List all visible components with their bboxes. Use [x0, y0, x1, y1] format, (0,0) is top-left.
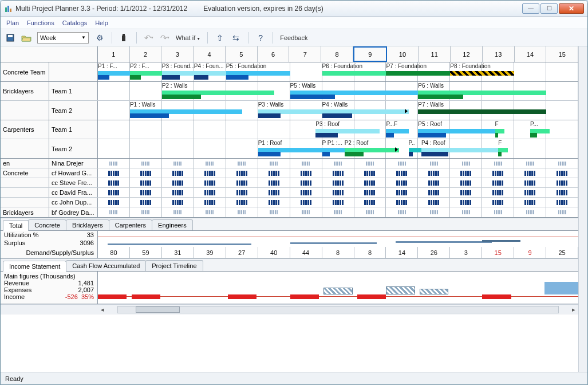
utilization-tabs: TotalConcreteBricklayersCarpentersEngine… — [1, 218, 578, 230]
resource-group — [1, 198, 49, 207]
dss-value: 80 — [98, 247, 130, 258]
tab-project-timeline[interactable]: Project Timeline — [145, 260, 203, 271]
bottle-icon[interactable] — [119, 33, 129, 43]
timeline-col-13[interactable]: 13 — [483, 46, 515, 62]
timeline-col-7[interactable]: 7 — [289, 46, 321, 62]
tab-engineers[interactable]: Engineers — [152, 219, 193, 230]
dss-value: 14 — [386, 247, 418, 258]
vertical-scrollbar[interactable] — [578, 46, 587, 372]
save-icon[interactable] — [5, 33, 15, 43]
open-icon[interactable] — [21, 33, 31, 43]
maximize-button[interactable]: ☐ — [540, 3, 558, 14]
resource-grid: enNina DrejerConcretecf Howard G...cc St… — [1, 159, 578, 218]
resource-name: cc Steve Fre... — [49, 178, 97, 187]
feedback-link[interactable]: Feedback — [280, 34, 307, 41]
team-label: Team 1 — [49, 82, 97, 100]
resource-group: Bricklayers — [1, 207, 49, 217]
dss-value: 8 — [354, 247, 386, 258]
gantt-row: Concrete TeamP1 : F...P2 : F...P3 : Foun… — [1, 62, 578, 81]
timeline-col-8[interactable]: 8 — [321, 46, 353, 62]
help-icon[interactable]: ? — [255, 33, 266, 43]
tab-total[interactable]: Total — [3, 220, 29, 231]
dss-value: 9 — [514, 247, 546, 258]
minimize-button[interactable]: — — [522, 3, 539, 14]
menu-plan[interactable]: Plan — [6, 19, 19, 26]
income-label: Income — [4, 293, 25, 300]
task-bar-progress — [421, 152, 448, 156]
task-bar-progress — [226, 75, 248, 80]
scroll-left-icon[interactable]: ◂ — [98, 305, 107, 315]
timeline-col-9[interactable]: 9 — [353, 46, 387, 62]
timeline-col-4[interactable]: 4 — [194, 46, 226, 62]
resource-name: cc John Dup... — [49, 198, 97, 207]
timeline-col-14[interactable]: 14 — [515, 46, 547, 62]
revenue-label: Revenue — [4, 280, 29, 286]
period-select[interactable]: Week ▼ — [37, 32, 89, 44]
timeline-col-6[interactable]: 6 — [258, 46, 290, 62]
resource-group — [1, 188, 49, 197]
menu-functions[interactable]: Functions — [27, 19, 54, 26]
task-bar-progress — [409, 152, 413, 156]
task-bar-progress — [258, 113, 281, 118]
team-label — [49, 62, 97, 81]
task-bar-progress — [162, 75, 180, 80]
task-label: P7 : Walls — [418, 101, 546, 108]
timeline-col-5[interactable]: 5 — [226, 46, 258, 62]
dss-value: 40 — [258, 247, 290, 258]
task-bar[interactable] — [322, 71, 386, 76]
task-bar[interactable] — [450, 71, 514, 76]
timeline-col-10[interactable]: 10 — [387, 46, 419, 62]
resource-row: cc John Dup... — [1, 198, 578, 207]
resource-name: cc David Fra... — [49, 188, 97, 197]
task-label: P5 : Foundation — [226, 63, 290, 70]
timeline-col-11[interactable]: 11 — [419, 46, 451, 62]
gear-icon[interactable]: ⚙ — [94, 33, 105, 43]
task-label: P7 : Foundation — [386, 63, 450, 70]
tab-bricklayers[interactable]: Bricklayers — [66, 219, 109, 230]
task-bar-progress — [345, 152, 364, 156]
gantt-row: CarpentersTeam 1P3 : RoofP...FP5 : RoofF… — [1, 120, 578, 139]
task-label: F — [495, 121, 505, 128]
gantt-row: Team 2P1 : RoofP P1 :...P2 : RoofP..P4 :… — [1, 139, 578, 158]
scroll-right-icon[interactable]: ▸ — [569, 305, 578, 315]
menu-help[interactable]: Help — [95, 19, 108, 26]
task-bar-progress — [194, 75, 208, 80]
svg-rect-5 — [123, 34, 125, 36]
upload-icon[interactable]: ⇧ — [215, 33, 225, 43]
task-label: P4 : Walls — [322, 101, 409, 108]
dss-value: 39 — [194, 247, 226, 258]
svg-rect-6 — [122, 36, 125, 41]
utilization-label: Utilization % — [4, 231, 39, 238]
dss-value: 15 — [482, 247, 514, 258]
redo-icon[interactable]: ↷▾ — [160, 33, 170, 43]
tab-carpenters[interactable]: Carpenters — [109, 219, 152, 230]
timeline-col-2[interactable]: 2 — [130, 46, 162, 62]
menu-catalogs[interactable]: Catalogs — [62, 19, 87, 26]
task-label: P P1 :... — [322, 140, 345, 147]
timeline-col-12[interactable]: 12 — [451, 46, 483, 62]
tab-concrete[interactable]: Concrete — [28, 219, 66, 230]
timeline-col-15[interactable]: 15 — [546, 46, 578, 62]
horizontal-scrollbar[interactable]: ◂ ▸ — [1, 304, 578, 315]
timeline-col-3[interactable]: 3 — [161, 46, 194, 62]
close-button[interactable]: ✕ — [559, 3, 584, 14]
income-value: -526 — [65, 293, 78, 300]
task-label: P3 : Roof — [315, 121, 380, 128]
task-bar[interactable] — [418, 109, 546, 114]
app-icon — [4, 4, 13, 13]
timeline-col-1[interactable]: 1 — [98, 46, 130, 62]
whatif-menu[interactable]: What if▼ — [176, 34, 200, 41]
group-label: Concrete Team — [1, 62, 49, 81]
expenses-value: 2,007 — [78, 286, 94, 293]
transfer-icon[interactable]: ⇆ — [231, 33, 241, 43]
tab-income-statement[interactable]: Income Statement — [3, 261, 66, 272]
resource-group — [1, 178, 49, 187]
revenue-value: 1,481 — [78, 280, 94, 286]
undo-icon[interactable]: ↶▾ — [144, 33, 154, 43]
window-title: Multi Project Planner 3.3 - Period: 1/1/… — [15, 5, 187, 13]
task-bar[interactable] — [386, 71, 450, 76]
tab-cash-flow-accumulated[interactable]: Cash Flow Accumulated — [66, 260, 146, 271]
timeline-header: 123456789101112131415 — [1, 46, 578, 62]
task-bar-progress — [418, 95, 463, 99]
task-label: P6 : Walls — [418, 82, 546, 89]
